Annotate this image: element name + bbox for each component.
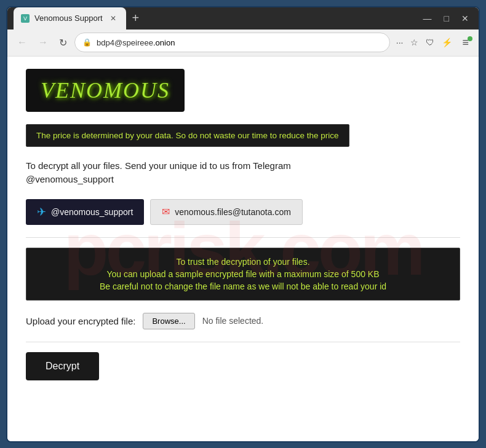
refresh-button[interactable]: ↻: [55, 34, 71, 51]
warning-line-3: Be careful not to change the file name a…: [39, 281, 447, 291]
bookmark-button[interactable]: ☆: [408, 35, 421, 50]
active-tab[interactable]: V Venomous Support ✕: [14, 7, 126, 29]
description-text: To decrypt all your files. Send your uni…: [26, 159, 460, 187]
tab-title: Venomous Support: [34, 14, 103, 23]
warning-box: To trust the decryption of your files. Y…: [26, 248, 460, 301]
tab-close-button[interactable]: ✕: [108, 13, 119, 24]
contact-buttons: ✈ @venomous_support ✉ venomous.files@tut…: [26, 199, 460, 225]
email-button[interactable]: ✉ venomous.files@tutanota.com: [150, 199, 303, 225]
back-button[interactable]: ←: [14, 34, 31, 50]
tab-bar: V Venomous Support ✕ +: [14, 7, 420, 29]
forward-button[interactable]: →: [34, 34, 52, 50]
address-actions: ··· ☆ 🛡 ⚡: [394, 35, 455, 50]
decrypt-button[interactable]: Decrypt: [26, 352, 99, 380]
telegram-icon: ✈: [37, 205, 46, 219]
warning-line-2: You can upload a sample encrypted file w…: [39, 269, 447, 279]
description-line1: To decrypt all your files. Send your uni…: [26, 160, 291, 171]
file-selected-text: No file selected.: [202, 316, 264, 326]
notification-dot: [468, 36, 472, 41]
close-button[interactable]: ✕: [458, 12, 472, 25]
maximize-button[interactable]: □: [440, 12, 453, 25]
venomous-logo: VENOMOUS: [26, 69, 185, 112]
lock-icon: 🔒: [82, 38, 92, 47]
minimize-button[interactable]: —: [420, 12, 436, 25]
upload-section: Upload your encrypted file: Browse... No…: [26, 313, 460, 329]
browser-window: V Venomous Support ✕ + — □ ✕ ← → ↻ 🔒 bdp…: [6, 6, 480, 442]
url-domain: .onion: [153, 38, 175, 47]
divider-1: [26, 237, 460, 238]
email-icon: ✉: [162, 206, 170, 218]
more-options-button[interactable]: ···: [394, 35, 406, 50]
tab-favicon: V: [21, 14, 30, 23]
url-prefix: bdp4@speireee: [97, 38, 153, 47]
menu-wrapper: ≡: [458, 36, 472, 49]
page-content: pcrisk.com VENOMOUS The price is determi…: [7, 57, 479, 441]
title-bar: V Venomous Support ✕ + — □ ✕: [7, 7, 479, 29]
new-tab-button[interactable]: +: [126, 11, 146, 25]
shield-button[interactable]: 🛡: [423, 35, 437, 50]
url-text: bdp4@speireee.onion: [97, 38, 382, 47]
logo-text: VENOMOUS: [41, 77, 170, 103]
extensions-button[interactable]: ⚡: [439, 35, 455, 50]
description-line2: @venomous_support: [26, 174, 114, 184]
telegram-handle: @venomous_support: [51, 207, 133, 217]
info-banner: The price is determined by your data. So…: [26, 124, 349, 147]
warning-line-1: To trust the decryption of your files.: [39, 257, 447, 267]
email-address: venomous.files@tutanota.com: [175, 207, 291, 217]
window-controls: — □ ✕: [420, 12, 472, 25]
divider-2: [26, 342, 460, 342]
telegram-button[interactable]: ✈ @venomous_support: [26, 199, 144, 225]
upload-label: Upload your encrypted file:: [26, 316, 135, 326]
address-bar-container: ← → ↻ 🔒 bdp4@speireee.onion ··· ☆ 🛡 ⚡ ≡: [7, 29, 479, 57]
browse-button[interactable]: Browse...: [143, 313, 194, 329]
address-bar[interactable]: 🔒 bdp4@speireee.onion: [74, 33, 390, 52]
info-banner-text: The price is determined by your data. So…: [36, 131, 339, 140]
